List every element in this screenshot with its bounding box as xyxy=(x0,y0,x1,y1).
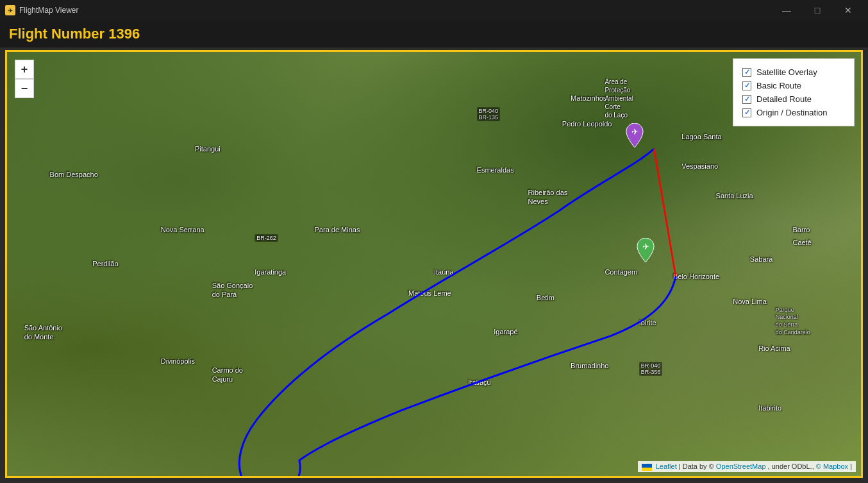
leaflet-link[interactable]: Leaflet xyxy=(656,462,677,470)
close-button[interactable]: ✕ xyxy=(833,1,863,20)
zoom-out-button[interactable]: − xyxy=(15,79,34,98)
svg-text:✈: ✈ xyxy=(631,127,638,137)
svg-text:✈: ✈ xyxy=(642,242,649,251)
app-window: ✈ FlightMap Viewer — □ ✕ Flight Number 1… xyxy=(0,0,868,483)
maximize-button[interactable]: □ xyxy=(803,1,832,20)
osm-link[interactable]: OpenStreetMap xyxy=(716,462,766,470)
destination-marker: ✈ xyxy=(636,238,655,265)
legend-item-origin-dest[interactable]: Origin / Destination xyxy=(742,106,845,119)
ukraine-flag xyxy=(642,464,652,471)
legend-item-satellite[interactable]: Satellite Overlay xyxy=(742,65,845,79)
legend-item-basic-route[interactable]: Basic Route xyxy=(742,79,845,92)
attribution-separator: | Data by © xyxy=(679,462,716,470)
origin-dest-checkbox[interactable] xyxy=(742,108,751,117)
red-od-line xyxy=(654,149,676,276)
legend-panel: Satellite Overlay Basic Route Detailed R… xyxy=(733,58,855,126)
legend-item-detailed-route[interactable]: Detailed Route xyxy=(742,92,845,106)
titlebar-title: FlightMap Viewer xyxy=(19,6,772,15)
satellite-label: Satellite Overlay xyxy=(756,67,817,77)
flight-title: Flight Number 1396 xyxy=(9,26,140,42)
satellite-checkbox[interactable] xyxy=(742,68,751,77)
app-header: Flight Number 1396 xyxy=(0,21,868,47)
minimize-button[interactable]: — xyxy=(772,1,801,20)
detailed-route-checkbox[interactable] xyxy=(742,95,751,104)
attribution-bar: Leaflet | Data by © OpenStreetMap , unde… xyxy=(638,461,856,472)
blue-route-path xyxy=(239,149,676,476)
titlebar: ✈ FlightMap Viewer — □ ✕ xyxy=(0,0,868,21)
basic-route-label: Basic Route xyxy=(756,81,801,90)
zoom-controls: + − xyxy=(15,60,34,98)
attribution-license: , under ODbL., xyxy=(768,462,816,470)
attribution-end: | xyxy=(850,462,852,470)
origin-dest-label: Origin / Destination xyxy=(756,108,828,117)
detailed-route-label: Detailed Route xyxy=(756,94,812,104)
basic-route-checkbox[interactable] xyxy=(742,81,751,90)
app-icon: ✈ xyxy=(5,5,15,15)
zoom-in-button[interactable]: + xyxy=(15,60,34,79)
window-controls: — □ ✕ xyxy=(772,1,863,20)
map-wrapper: Matozinhos Lagoa Santa Pedro Leopoldo Ve… xyxy=(0,47,868,483)
mapbox-link[interactable]: © Mapbox xyxy=(816,462,848,470)
origin-marker: ✈ xyxy=(625,123,644,150)
map-container[interactable]: Matozinhos Lagoa Santa Pedro Leopoldo Ve… xyxy=(5,50,863,478)
